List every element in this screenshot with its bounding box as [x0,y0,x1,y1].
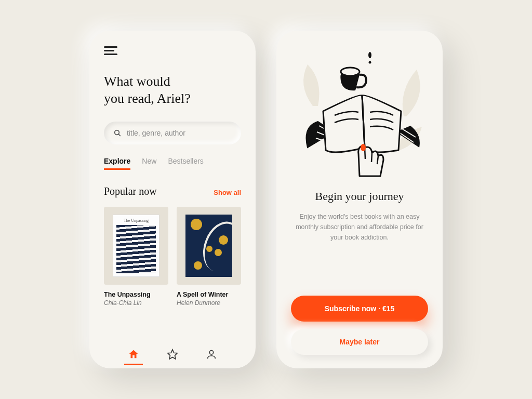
menu-icon[interactable] [104,46,117,56]
tab-new[interactable]: New [142,157,156,170]
book-title: The Unpassing [104,291,168,298]
maybe-later-button[interactable]: Maybe later [291,329,428,355]
svg-marker-2 [168,350,177,359]
svg-point-7 [361,144,366,151]
page-title: What wouldyou read, Ariel? [104,73,241,107]
search-input[interactable] [127,129,232,137]
explore-screen: What wouldyou read, Ariel? Explore New B… [89,31,256,368]
svg-point-5 [369,61,371,64]
tab-explore[interactable]: Explore [104,157,130,170]
search-field[interactable] [104,122,241,144]
book-cover: The Unpassing [104,207,168,285]
home-icon [128,349,139,360]
book-card[interactable]: A Spell of Winter Helen Dunmore [177,207,241,307]
tab-bestsellers[interactable]: Bestsellers [168,157,203,170]
bottom-nav [104,342,241,362]
nav-profile[interactable] [204,349,219,360]
svg-point-6 [341,68,360,76]
svg-line-1 [118,134,120,136]
journey-title: Begin your journey [291,190,428,203]
search-icon [113,129,122,137]
section-header: Popular now Show all [104,185,241,197]
book-card[interactable]: The Unpassing The Unpassing Chia-Chia Li… [104,207,168,307]
subscribe-screen: Begin your journey Enjoy the world's bes… [276,31,443,368]
book-author: Chia-Chia Lin [104,299,168,307]
user-icon [206,349,217,360]
nav-home[interactable] [126,349,141,360]
book-list: The Unpassing The Unpassing Chia-Chia Li… [104,207,241,307]
svg-point-3 [209,351,213,354]
nav-favorites[interactable] [165,349,180,360]
book-author: Helen Dunmore [177,299,241,307]
tabs: Explore New Bestsellers [104,157,241,170]
subscribe-button[interactable]: Subscribe now · €15 [291,296,428,322]
star-icon [167,349,178,360]
show-all-link[interactable]: Show all [214,189,241,196]
journey-body: Enjoy the world's best books with an eas… [291,211,428,243]
journey-illustration [276,41,443,181]
section-title: Popular now [104,185,157,197]
book-title: A Spell of Winter [177,291,241,298]
book-cover [177,207,241,285]
svg-point-4 [368,52,371,58]
